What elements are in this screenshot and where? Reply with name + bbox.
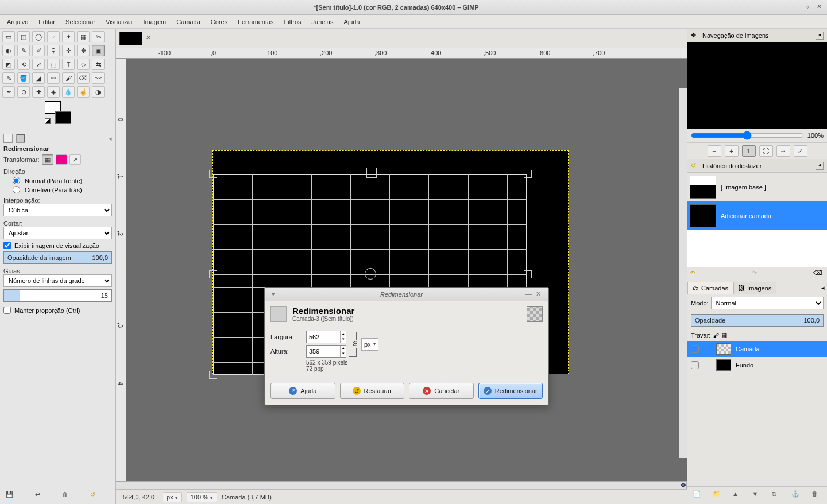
handle-e[interactable] [524, 270, 532, 278]
tool-free-select[interactable]: ⟋ [47, 31, 60, 42]
nav-button-icon[interactable]: ✥ [679, 481, 687, 489]
image-tab-thumb[interactable] [119, 32, 142, 45]
tab-images[interactable]: 🖼 Imagens [733, 282, 776, 294]
menu-cores[interactable]: Cores [206, 17, 232, 27]
handle-n[interactable] [366, 168, 377, 178]
dir-normal-row[interactable]: Normal (Para frente) [13, 177, 112, 184]
tool-ellipse-select[interactable]: ◯ [32, 31, 45, 42]
menu-editar[interactable]: Editar [34, 17, 60, 27]
scale-button[interactable]: ⤢Redimensionar [478, 383, 543, 399]
toolopt-restore-icon[interactable]: ↩ [32, 489, 42, 499]
tool-text[interactable]: T [62, 59, 75, 70]
status-zoom[interactable]: 100 % ▾ [187, 492, 217, 502]
tool-scissors[interactable]: ✂ [92, 31, 105, 42]
toolopt-delete-icon[interactable]: 🗑 [60, 489, 70, 499]
height-up[interactable]: ▴ [340, 346, 346, 351]
handle-w[interactable] [209, 270, 217, 278]
undo-fwd-icon[interactable]: ↷ [752, 269, 763, 280]
layer-name[interactable]: Fundo [736, 362, 753, 369]
menu-ajuda[interactable]: Ajuda [339, 17, 364, 27]
nav-zoom-slider[interactable] [691, 131, 804, 140]
tool-flip[interactable]: ⇆ [92, 59, 105, 70]
layer-up-icon[interactable]: ▲ [732, 490, 743, 501]
tool-shear[interactable]: ⬚ [47, 59, 60, 70]
tool-rotate[interactable]: ⟲ [17, 59, 30, 70]
nav-zoom-out-icon[interactable]: − [708, 145, 721, 157]
layer-name[interactable]: Camada [736, 346, 760, 352]
menu-filtros[interactable]: Filtros [280, 17, 306, 27]
ruler-horizontal[interactable]: ,-100 ,0 ,100 ,200 ,300 ,400 ,500 ,600 ,… [116, 48, 687, 59]
tool-dodge[interactable]: ◑ [92, 86, 105, 98]
tool-cage[interactable]: ✎ [2, 72, 15, 84]
tool-foreground[interactable]: ◐ [2, 45, 15, 56]
tool-move[interactable]: ✥ [77, 45, 90, 56]
tool-bucket[interactable]: 🪣 [17, 72, 30, 84]
tool-zoom[interactable]: ⚲ [47, 45, 60, 56]
handle-ne[interactable] [524, 170, 532, 178]
nav-shrink-icon[interactable]: ⤢ [794, 145, 807, 157]
layer-item-camada[interactable]: Camada [687, 341, 827, 357]
undo-menu-icon[interactable]: ◂ [816, 162, 824, 170]
lock-alpha-icon[interactable]: ▦ [721, 331, 727, 339]
tool-blur[interactable]: 💧 [62, 86, 75, 98]
layer-visible-icon[interactable] [691, 345, 699, 353]
toolopt-save-icon[interactable]: 💾 [5, 489, 15, 499]
nav-fit-icon[interactable]: ⛶ [759, 145, 773, 157]
keepratio-row[interactable]: Manter proporção (Ctrl) [3, 307, 112, 314]
ruler-vertical[interactable]: ,0 ,1 ,2 ,3 ,4 [116, 59, 126, 481]
layer-link-icon[interactable] [704, 361, 712, 369]
undo-item-add-layer[interactable]: Adicionar camada [687, 201, 827, 230]
tool-color-select[interactable]: ▦ [77, 31, 90, 42]
toolopt-menu-icon[interactable]: ◂ [109, 135, 112, 142]
dir-corrective-row[interactable]: Corretivo (Para trás) [13, 186, 112, 193]
layer-dup-icon[interactable]: ⧉ [772, 490, 782, 501]
tool-smudge[interactable]: ☝ [77, 86, 90, 98]
layer-visible-icon[interactable] [691, 361, 699, 369]
help-button[interactable]: ?Ajuda [270, 383, 335, 399]
close-button[interactable]: ✕ [814, 3, 824, 12]
tool-airbrush[interactable]: 〰 [92, 72, 105, 84]
transform-path-icon[interactable]: ↗ [69, 154, 81, 165]
dir-corrective-radio[interactable] [13, 186, 20, 193]
status-unit[interactable]: px ▾ [163, 492, 182, 502]
tool-rect-select[interactable]: ▭ [2, 31, 15, 42]
mode-select[interactable]: Normal [711, 297, 824, 309]
layer-opacity-slider[interactable]: Opacidade 100,0 [691, 314, 824, 327]
tool-rect-select2[interactable]: ◫ [17, 31, 30, 42]
canvas-viewport[interactable] [126, 59, 687, 481]
width-up[interactable]: ▴ [340, 331, 346, 337]
toolopt-tab2[interactable] [16, 134, 25, 143]
undo-item-base[interactable]: [ Imagem base ] [687, 173, 827, 201]
undo-clear-icon[interactable]: ⌫ [813, 269, 825, 280]
minimize-button[interactable]: — [791, 3, 801, 12]
width-field[interactable] [307, 334, 340, 340]
tool-heal[interactable]: ✚ [32, 86, 45, 98]
nav-zoom-in-icon[interactable]: + [725, 145, 739, 157]
undo-back-icon[interactable]: ↶ [690, 269, 701, 280]
handle-nw[interactable] [209, 170, 217, 178]
nav-fit-width-icon[interactable]: ↔ [776, 145, 790, 157]
dialog-titlebar[interactable]: ▾ Redimensionar — ✕ [265, 288, 548, 301]
width-down[interactable]: ▾ [340, 337, 346, 343]
tool-crop[interactable]: ◩ [2, 59, 15, 70]
restore-button[interactable]: ↺Restaurar [340, 383, 405, 399]
layer-item-fundo[interactable]: Fundo [687, 357, 827, 373]
width-input[interactable]: ▴▾ [306, 331, 346, 343]
menu-imagem[interactable]: Imagem [139, 17, 171, 27]
dir-normal-radio[interactable] [13, 177, 20, 184]
tool-scale[interactable]: ⤢ [32, 59, 45, 70]
layer-group-icon[interactable]: 📁 [713, 490, 723, 501]
unit-select[interactable]: px ▾ [361, 338, 378, 351]
menu-visualizar[interactable]: Visualizar [101, 17, 138, 27]
menu-selecionar[interactable]: Selecionar [61, 17, 100, 27]
tool-blend[interactable]: ◢ [32, 72, 45, 84]
toolopt-reset-icon[interactable]: ↺ [87, 489, 98, 499]
nav-zoom-100-icon[interactable]: 1 [742, 145, 756, 157]
bg-color[interactable] [55, 111, 71, 124]
cancel-button[interactable]: ✕Cancelar [409, 383, 474, 399]
tool-eraser[interactable]: ⌫ [77, 72, 90, 84]
tab-layers[interactable]: 🗂 Camadas [687, 282, 733, 294]
preview-chk-row[interactable]: Exibir imagem de visualização [3, 242, 112, 249]
dialog-sys-icon[interactable]: ▾ [272, 290, 280, 298]
menu-arquivo[interactable]: Arquivo [2, 17, 33, 27]
